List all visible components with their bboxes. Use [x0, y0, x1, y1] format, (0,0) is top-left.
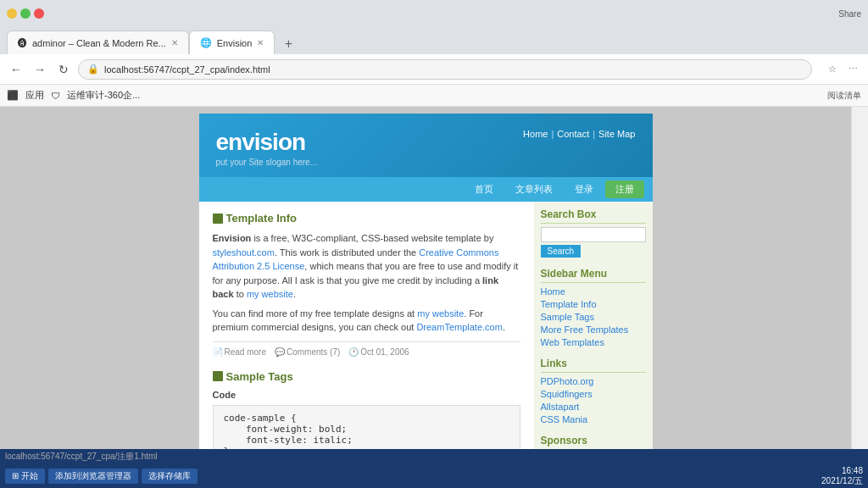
nav-sep-1: |	[551, 129, 554, 139]
nav-main-register[interactable]: 注册	[605, 180, 644, 198]
nav-main-login[interactable]: 登录	[565, 180, 604, 198]
search-button[interactable]: Search	[541, 245, 581, 258]
code-content: code-sample { font-weight: bold; font-st…	[224, 413, 509, 450]
taskbar-item-1[interactable]: 添加到浏览器管理器	[48, 469, 138, 484]
search-input[interactable]	[541, 227, 646, 242]
my-website-link-1[interactable]: my website	[247, 289, 293, 299]
nav-bar: ← → ↻ 🔒 localhost:56747/ccpt_27_cpa/inde…	[0, 54, 868, 85]
sidebar-menu-more-templates[interactable]: More Free Templates	[541, 324, 646, 335]
window-controls	[7, 8, 44, 19]
nav-contact-link[interactable]: Contact	[557, 129, 589, 139]
site-content: Template Info Envision is a free, W3C-co…	[199, 202, 653, 449]
taskbar-item-2[interactable]: 选择存储库	[142, 469, 198, 484]
bookmark-security[interactable]: 运维审计-360企...	[67, 89, 140, 102]
site-wrapper: envision put your Site slogan here... Ho…	[199, 114, 653, 449]
post-footer: 📄 Read more 💬 Comments (7) 🕐 Oct 01, 200…	[213, 341, 520, 357]
menu-icon[interactable]: ⋯	[844, 61, 861, 78]
clock-time: 16:48	[821, 466, 863, 475]
sponsors-title: Sponsors	[541, 435, 646, 449]
taskbar-left: ⊞ 开始 添加到浏览器管理器 选择存储库	[5, 469, 198, 484]
code-label: Code	[213, 390, 520, 400]
sidebar-link-pdphoto[interactable]: PDPhoto.org	[541, 376, 646, 386]
my-website-link-2[interactable]: my website	[417, 308, 464, 319]
sidebar-link-cssmania[interactable]: CSS Mania	[541, 414, 646, 424]
address-bar[interactable]: 🔒 localhost:56747/ccpt_27_cpa/index.html	[78, 59, 812, 80]
sidebar-menu-template-info[interactable]: Template Info	[541, 299, 646, 309]
taskbar: ⊞ 开始 添加到浏览器管理器 选择存储库 16:48 2021/12/五	[0, 464, 868, 488]
back-button[interactable]: ←	[7, 60, 25, 79]
minimize-button[interactable]	[7, 8, 17, 19]
close-button[interactable]	[34, 8, 44, 19]
tab-2[interactable]: 🌐 Envision ✕	[189, 30, 275, 54]
logo-slogan: put your Site slogan here...	[216, 158, 318, 167]
star-icon[interactable]: ☆	[824, 61, 841, 78]
tab-1-close[interactable]: ✕	[171, 38, 178, 47]
sidebar-link-allstapart[interactable]: Allstapart	[541, 402, 646, 412]
site-header-top: envision put your Site slogan here... Ho…	[199, 114, 653, 177]
tab-1[interactable]: 🅐 adminor – Clean & Modern Re... ✕	[7, 30, 189, 54]
content-area: envision put your Site slogan here... Ho…	[0, 107, 868, 449]
refresh-button[interactable]: ↻	[54, 60, 73, 79]
sidebar-menu-section: Sidebar Menu Home Template Info Sample T…	[541, 268, 646, 347]
post-date: 🕐 Oct 01, 2006	[348, 347, 409, 357]
url-text: localhost:56747/ccpt_27_cpa/index.html	[104, 64, 803, 75]
sidebar-menu-sample-tags[interactable]: Sample Tags	[541, 312, 646, 322]
sidebar-links-section: Links PDPhoto.org Squidfingers Allstapar…	[541, 358, 646, 424]
new-tab-button[interactable]: +	[278, 34, 298, 54]
share-label: Share	[838, 9, 861, 19]
sidebar-link-squidfingers[interactable]: Squidfingers	[541, 389, 646, 399]
tab-1-label: adminor – Clean & Modern Re...	[32, 38, 166, 48]
sample-tags-title: Sample Tags	[213, 370, 520, 383]
logo-text: envision	[216, 129, 318, 156]
browser-window: Share 🅐 adminor – Clean & Modern Re... ✕…	[0, 0, 868, 488]
bookmarks-bar: ⬛ 应用 🛡 运维审计-360企... 阅读清单	[0, 85, 868, 107]
template-info-title: Template Info	[213, 212, 520, 225]
tab-bar: 🅐 adminor – Clean & Modern Re... ✕ 🌐 Env…	[0, 27, 868, 54]
search-form: Search	[541, 227, 646, 258]
sidebar-menu-home[interactable]: Home	[541, 286, 646, 297]
sidebar-search-section: Search Box Search	[541, 208, 646, 258]
reader-mode-label: 阅读清单	[827, 90, 861, 102]
read-more-link[interactable]: 📄 Read more	[213, 347, 266, 357]
nav-icons: ☆ ⋯	[824, 61, 861, 78]
dreamtemplate-link[interactable]: DreamTemplate.com	[416, 322, 502, 332]
nav-home-link[interactable]: Home	[523, 129, 548, 139]
taskbar-clock: 16:48 2021/12/五	[821, 466, 863, 487]
template-para-1: Envision is a free, W3C-compliant, CSS-b…	[213, 231, 520, 302]
apps-icon: ⬛	[7, 90, 19, 101]
sidebar-sponsors-section: Sponsors DreamTemplate Over 6,000+ Premi…	[541, 435, 646, 449]
taskbar-right: 16:48 2021/12/五	[821, 466, 863, 487]
nav-sep-2: |	[593, 129, 595, 139]
nav-main-articles[interactable]: 文章列表	[505, 180, 563, 198]
site-nav-main: 首页 文章列表 登录 注册	[199, 177, 653, 202]
lock-icon: 🔒	[87, 64, 99, 75]
sidebar-menu-title: Sidebar Menu	[541, 268, 646, 283]
bookmark-apps[interactable]: 应用	[25, 89, 44, 102]
start-icon: ⊞	[12, 471, 19, 480]
sidebar-menu-web-templates[interactable]: Web Templates	[541, 337, 646, 347]
forward-button[interactable]: →	[31, 60, 49, 79]
browser-sidebar-right	[851, 107, 868, 449]
status-url: localhost:56747/ccpt_27_cpa/注册1.html	[5, 451, 158, 463]
tab-2-favicon: 🌐	[200, 37, 212, 48]
nav-sitemap-link[interactable]: Site Map	[598, 129, 635, 139]
styleshout-link[interactable]: styleshout.com	[213, 247, 275, 258]
main-content: Template Info Envision is a free, W3C-co…	[199, 202, 534, 449]
nav-main-home[interactable]: 首页	[465, 180, 504, 198]
maximize-button[interactable]	[20, 8, 31, 19]
section-icon-1	[213, 214, 223, 224]
search-box-title: Search Box	[541, 208, 646, 224]
status-bar: localhost:56747/ccpt_27_cpa/注册1.html	[0, 449, 868, 464]
comments-link[interactable]: 💬 Comments (7)	[275, 347, 340, 357]
sample-tags-section: Sample Tags Code code-sample { font-weig…	[213, 370, 520, 450]
template-info-section: Template Info Envision is a free, W3C-co…	[213, 212, 520, 357]
title-bar: Share	[0, 0, 868, 27]
sidebar: Search Box Search Sidebar Menu Home Temp…	[534, 202, 653, 449]
code-block: code-sample { font-weight: bold; font-st…	[213, 405, 520, 450]
start-button[interactable]: ⊞ 开始	[5, 469, 45, 484]
template-info-body: Envision is a free, W3C-compliant, CSS-b…	[213, 231, 520, 335]
tab-2-close[interactable]: ✕	[257, 38, 264, 47]
section-icon-2	[213, 371, 223, 381]
webpage[interactable]: envision put your Site slogan here... Ho…	[0, 107, 851, 449]
clock-date: 2021/12/五	[821, 475, 863, 487]
